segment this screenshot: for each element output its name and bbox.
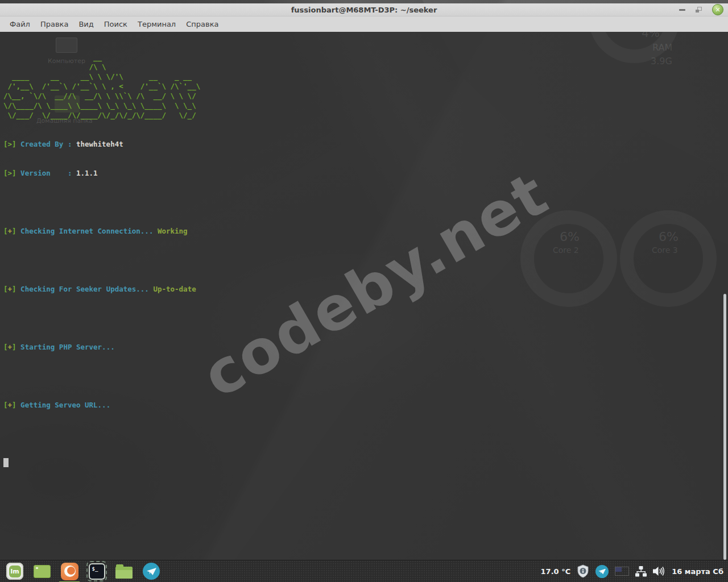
mint-logo-icon: lm [6,563,23,580]
menu-view[interactable]: Вид [73,18,98,31]
conky-cpu1-percent: 4% [642,32,660,40]
menu-bar: Файл Правка Вид Поиск Терминал Справка [0,16,728,32]
close-icon: ✕ [715,7,720,13]
firefox-launcher[interactable] [59,561,80,581]
file-manager-launcher[interactable] [114,561,134,581]
line-serveo-url: [+] Getting Serveo URL... [3,400,200,410]
conky-core3-percent: 6% [659,230,679,244]
conky-core3-ring [620,210,717,307]
desktop-icon [34,565,51,578]
conky-core2-percent: 6% [560,230,580,244]
temperature-applet[interactable]: 17.0 °C [541,567,571,576]
seeker-ascii-banner: __ /\ \ ____ __ __\ \ \/'\ __ _ __ /',__… [3,52,200,120]
volume-icon[interactable] [653,566,665,576]
menu-search[interactable]: Поиск [99,18,133,31]
system-tray: 17.0 °C [541,564,723,578]
telegram-tray-icon[interactable] [595,565,609,578]
conky-core3-label: Core 3 [652,246,678,255]
line-created-by: [>] Created By : thewhiteh4t [3,139,200,149]
cursor-line [3,458,200,468]
terminal-window: fussionbart@M68MT-D3P: ~/seeker ✕ Файл П… [0,3,728,560]
terminal-content-area[interactable]: 4% RAM 3.9G 6% Core 2 6% Core 3 Компьюте… [0,32,728,560]
folder-icon [115,567,133,579]
taskbar-apps: lm $_ [5,560,162,582]
window-controls: ✕ [679,3,723,16]
conky-core2-ring [520,210,617,307]
keyboard-layout-us-flag-icon[interactable] [615,567,629,576]
desktop-screen: fussionbart@M68MT-D3P: ~/seeker ✕ Файл П… [0,0,728,582]
network-icon[interactable] [635,566,647,577]
line-php-server: [+] Starting PHP Server... [3,342,200,352]
terminal-icon: $_ [89,563,105,580]
firefox-icon [61,563,78,580]
line-updates-check: [+] Checking For Seeker Updates... Up-to… [3,284,200,294]
taskbar-panel: lm $_ 17.0 °C [0,560,728,582]
menu-edit[interactable]: Правка [35,18,73,31]
conky-core2-label: Core 2 [553,246,579,255]
close-button[interactable]: ✕ [712,4,723,15]
update-shield-icon[interactable] [577,564,589,578]
line-version: [>] Version : 1.1.1 [3,168,200,178]
menu-file[interactable]: Файл [5,18,35,31]
terminal-scrollbar[interactable] [723,294,726,560]
maximize-button[interactable] [696,7,702,13]
line-internet-check: [+] Checking Internet Connection... Work… [3,226,200,236]
clock-applet[interactable]: 16 марта Сб [672,567,723,576]
show-desktop-button[interactable] [32,561,52,581]
mint-menu-button[interactable]: lm [5,561,25,581]
terminal-launcher-active[interactable]: $_ [86,561,107,581]
menu-help[interactable]: Справка [181,18,224,31]
conky-ram-label: RAM [652,42,672,53]
telegram-launcher[interactable] [141,561,162,581]
terminal-cursor [3,458,9,467]
conky-ram-value: 3.9G [651,56,672,66]
menu-terminal[interactable]: Терминал [133,18,181,31]
window-titlebar[interactable]: fussionbart@M68MT-D3P: ~/seeker ✕ [0,3,728,16]
telegram-icon [143,563,160,580]
terminal-output: __ /\ \ ____ __ __\ \ \/'\ __ _ __ /',__… [3,33,200,487]
window-title: fussionbart@M68MT-D3P: ~/seeker [0,6,728,14]
minimize-button[interactable] [679,9,685,11]
